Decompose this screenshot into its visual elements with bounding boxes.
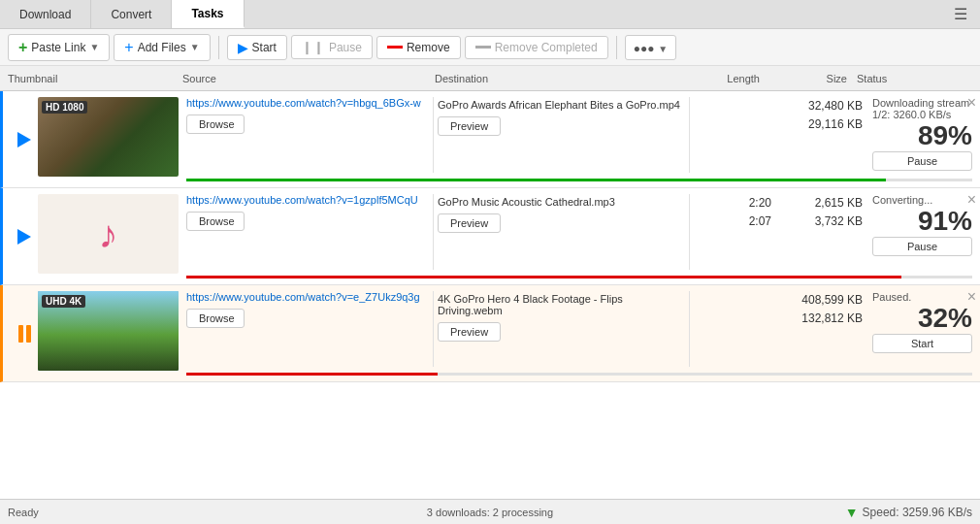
preview-button-1[interactable]: Preview: [438, 116, 501, 136]
progress-bar-2: [186, 276, 972, 278]
quality-badge-1: HD 1080: [42, 101, 87, 114]
music-note-icon: ♪: [99, 213, 118, 256]
status-downloads: 3 downloads: 2 processing: [329, 507, 650, 518]
task-dest-area-1: GoPro Awards African Elephant Bites a Go…: [438, 97, 685, 136]
close-button-3[interactable]: ×: [967, 289, 976, 305]
add-files-icon: +: [124, 39, 133, 56]
start-button[interactable]: ▶ Start: [227, 35, 287, 60]
play-icon-1: [17, 132, 31, 147]
task-action-button-1[interactable]: Pause: [872, 151, 972, 171]
pause-icon-3: [18, 325, 31, 343]
more-options-button[interactable]: ●●● ▼: [625, 35, 677, 60]
task-status-col-1: Downloading stream 1/2: 3260.0 KB/s 89% …: [863, 97, 972, 171]
progress-fill-3: [186, 373, 438, 376]
tab-tasks[interactable]: Tasks: [172, 0, 244, 28]
task-percent-1: 89%: [872, 120, 972, 151]
browse-button-3[interactable]: Browse: [186, 309, 245, 328]
task-filename-3: 4K GoPro Hero 4 Black Footage - Flips Dr…: [438, 293, 685, 316]
task-length-2: 2:20 2:07: [694, 194, 771, 231]
play-icon-2: [17, 229, 31, 245]
task-play-button-2[interactable]: [11, 194, 38, 278]
th-destination: Destination: [435, 73, 682, 84]
task-thumbnail-3: UHD 4K: [38, 291, 179, 371]
paste-link-dropdown-icon: ▼: [89, 42, 99, 52]
remove-completed-button[interactable]: Remove Completed: [465, 36, 608, 59]
task-thumbnail-1: HD 1080: [38, 97, 179, 177]
task-status-text-2: Converting...: [872, 194, 972, 206]
start-icon: ▶: [238, 40, 248, 55]
task-filename-2: GoPro Music Acoustic Cathedral.mp3: [438, 196, 685, 208]
th-size: Size: [760, 73, 847, 84]
task-source-area-3: https://www.youtube.com/watch?v=e_Z7Ukz9…: [186, 291, 429, 328]
toolbar-separator-2: [616, 36, 617, 59]
more-dots-icon: ●●●: [634, 42, 655, 55]
task-info-2: https://www.youtube.com/watch?v=1gzplf5M…: [186, 194, 972, 278]
add-files-dropdown-icon: ▼: [190, 42, 200, 52]
progress-fill-2: [186, 276, 901, 278]
col-sep-1b: [689, 97, 690, 173]
remove-icon: [387, 46, 403, 49]
col-sep-3a: [433, 291, 434, 367]
tasks-container: HD 1080 https://www.youtube.com/watch?v=…: [0, 91, 980, 499]
task-url-1: https://www.youtube.com/watch?v=hbgq_6BG…: [186, 97, 429, 109]
th-length: Length: [682, 73, 760, 84]
browse-button-2[interactable]: Browse: [186, 212, 245, 231]
task-play-button-3[interactable]: [11, 291, 38, 376]
toolbar: + Paste Link ▼ + Add Files ▼ ▶ Start ❙❙ …: [0, 29, 980, 66]
status-ready: Ready: [8, 507, 329, 518]
status-speed: ▼ Speed: 3259.96 KB/s: [651, 505, 972, 520]
pause-icon: ❙❙: [302, 40, 325, 54]
task-source-area-1: https://www.youtube.com/watch?v=hbgq_6BG…: [186, 97, 429, 134]
close-button-1[interactable]: ×: [967, 95, 976, 111]
close-button-2[interactable]: ×: [967, 192, 976, 208]
browse-button-1[interactable]: Browse: [186, 115, 245, 134]
task-status-text-3: Paused.: [872, 291, 972, 303]
task-thumbnail-2: ♪: [38, 194, 179, 274]
table-header: Thumbnail Source Destination Length Size…: [0, 66, 980, 91]
task-row-2: ♪ https://www.youtube.com/watch?v=1gzplf…: [0, 188, 980, 285]
task-row-1: HD 1080 https://www.youtube.com/watch?v=…: [0, 91, 980, 188]
col-sep-3b: [689, 291, 690, 367]
task-dest-area-2: GoPro Music Acoustic Cathedral.mp3 Previ…: [438, 194, 685, 233]
task-dest-area-3: 4K GoPro Hero 4 Black Footage - Flips Dr…: [438, 291, 685, 342]
th-thumbnail: Thumbnail: [8, 73, 182, 84]
task-url-2: https://www.youtube.com/watch?v=1gzplf5M…: [186, 194, 429, 206]
status-bar: Ready 3 downloads: 2 processing ▼ Speed:…: [0, 499, 980, 524]
tab-spacer: [245, 0, 941, 28]
remove-button[interactable]: Remove: [376, 36, 461, 59]
task-action-button-3[interactable]: Start: [872, 334, 972, 353]
tab-bar: Download Convert Tasks ☰: [0, 0, 980, 29]
tab-convert[interactable]: Convert: [91, 0, 172, 28]
speed-download-icon: ▼: [845, 505, 859, 520]
add-files-button[interactable]: + Add Files ▼: [114, 34, 210, 61]
task-url-3: https://www.youtube.com/watch?v=e_Z7Ukz9…: [186, 291, 429, 303]
preview-button-3[interactable]: Preview: [438, 322, 501, 342]
task-status-col-2: Converting... 91% Pause: [863, 194, 972, 256]
col-sep-1a: [433, 97, 434, 173]
task-info-1: https://www.youtube.com/watch?v=hbgq_6BG…: [186, 97, 972, 181]
task-size-3: 408,599 KB 132,812 KB: [775, 291, 863, 328]
task-percent-2: 91%: [872, 206, 972, 237]
th-status: Status: [847, 73, 972, 84]
quality-badge-3: UHD 4K: [42, 295, 85, 308]
col-sep-2b: [689, 194, 690, 270]
task-info-3: https://www.youtube.com/watch?v=e_Z7Ukz9…: [186, 291, 972, 376]
task-play-button-1[interactable]: [11, 97, 38, 181]
thumbnail-image-2: ♪: [38, 194, 179, 274]
tab-download[interactable]: Download: [0, 0, 91, 28]
task-percent-3: 32%: [872, 303, 972, 334]
preview-button-2[interactable]: Preview: [438, 213, 501, 233]
task-status-col-3: Paused. 32% Start: [863, 291, 972, 353]
paste-link-button[interactable]: + Paste Link ▼: [8, 34, 110, 61]
task-size-2: 2,615 KB 3,732 KB: [775, 194, 863, 231]
task-filename-1: GoPro Awards African Elephant Bites a Go…: [438, 99, 685, 111]
pause-button[interactable]: ❙❙ Pause: [291, 35, 373, 59]
task-status-text-1: Downloading stream 1/2: 3260.0 KB/s: [872, 97, 972, 120]
hamburger-button[interactable]: ☰: [941, 0, 980, 28]
remove-completed-icon: [475, 46, 491, 49]
task-row-3: UHD 4K https://www.youtube.com/watch?v=e…: [0, 285, 980, 382]
progress-bar-3: [186, 373, 972, 376]
task-action-button-2[interactable]: Pause: [872, 237, 972, 256]
task-size-1: 32,480 KB 29,116 KB: [775, 97, 863, 134]
plus-icon: +: [18, 39, 27, 56]
